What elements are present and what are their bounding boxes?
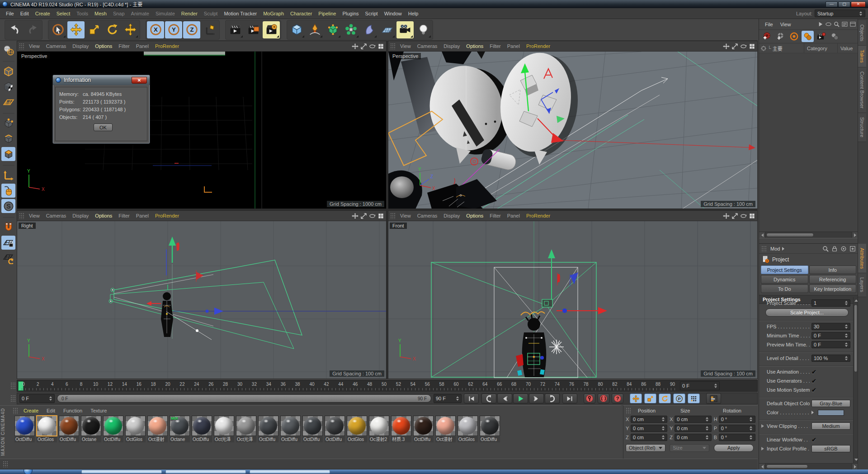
- grip-handle[interactable]: [3, 461, 8, 467]
- keying-options-button[interactable]: ?: [612, 393, 623, 403]
- menu-character[interactable]: Character: [287, 11, 315, 16]
- next-frame-button[interactable]: [529, 393, 544, 403]
- auto-take-button[interactable]: [788, 31, 800, 42]
- go-to-end-button[interactable]: [562, 393, 577, 403]
- key-rotation-button[interactable]: [659, 393, 671, 403]
- viewport-menu-display[interactable]: Display: [69, 213, 92, 218]
- material-item[interactable]: OctGlos: [458, 416, 479, 442]
- rotate-button[interactable]: [104, 21, 121, 38]
- viewport-menu-options[interactable]: Options: [92, 43, 115, 49]
- pan-view-icon[interactable]: [352, 43, 359, 50]
- timeline-window-button[interactable]: [706, 393, 721, 404]
- menu-file[interactable]: File: [3, 11, 17, 16]
- dock-tab-layers[interactable]: Layers: [858, 273, 866, 297]
- value-field[interactable]: 30: [811, 323, 850, 330]
- take-row-main[interactable]: └ 主要: [759, 45, 804, 52]
- material-item[interactable]: Oct光泽: [214, 416, 235, 442]
- ok-button[interactable]: OK: [94, 123, 113, 131]
- rotation-field[interactable]: 0 °: [719, 434, 755, 441]
- focus-icon[interactable]: [840, 246, 847, 252]
- points-mode-button[interactable]: [1, 116, 15, 130]
- material-item[interactable]: OctDiffu: [280, 416, 302, 442]
- lock-z-button[interactable]: Z: [183, 21, 200, 38]
- next-key-button[interactable]: [545, 393, 560, 403]
- toggle-view-icon[interactable]: [749, 213, 755, 219]
- menu-mesh[interactable]: Mesh: [91, 11, 110, 16]
- menu-render[interactable]: Render: [178, 11, 201, 16]
- grip-handle[interactable]: [390, 43, 395, 49]
- previous-key-button[interactable]: [481, 393, 496, 403]
- dialog-close-button[interactable]: ✕: [132, 77, 147, 84]
- viewport-menu-view[interactable]: View: [397, 213, 414, 218]
- layout-select[interactable]: Startup: [815, 9, 865, 17]
- rotate-view-icon[interactable]: [740, 213, 747, 219]
- dock-tab-structure[interactable]: Structure: [858, 113, 866, 142]
- deformer-button[interactable]: [360, 21, 377, 38]
- spline-pen-button[interactable]: [306, 21, 323, 38]
- previous-frame-button[interactable]: [497, 393, 512, 403]
- viewport-menu-filter[interactable]: Filter: [486, 213, 504, 218]
- toggle-view-icon[interactable]: [377, 213, 384, 219]
- menu-animate[interactable]: Animate: [128, 11, 152, 16]
- render-marked-takes-button[interactable]: [815, 31, 827, 42]
- material-menu-function[interactable]: Function: [59, 408, 86, 413]
- current-take-button[interactable]: [802, 31, 814, 42]
- viewport-menu-options[interactable]: Options: [463, 43, 486, 49]
- material-item[interactable]: Octane: [81, 416, 102, 442]
- attribute-tab-dynamics[interactable]: Dynamics: [761, 275, 808, 284]
- value-field[interactable]: 0 F: [811, 332, 850, 339]
- rotation-field[interactable]: 0 °: [719, 425, 755, 432]
- rotate-view-icon[interactable]: [369, 213, 376, 219]
- toggle-view-icon[interactable]: [749, 43, 755, 50]
- material-item[interactable]: OctGlos: [125, 416, 146, 442]
- scale-project-button[interactable]: Scale Project...: [765, 308, 849, 317]
- viewport-menu-display[interactable]: Display: [440, 43, 463, 49]
- checkbox[interactable]: ✔: [811, 387, 850, 393]
- record-keyframe-button[interactable]: [584, 393, 595, 403]
- menu-sculpt[interactable]: Sculpt: [201, 11, 221, 16]
- viewport-menu-view[interactable]: View: [397, 43, 414, 49]
- value-field[interactable]: 100 %: [811, 355, 850, 362]
- pan-view-icon[interactable]: [723, 43, 730, 50]
- expand-icon[interactable]: [817, 21, 823, 27]
- timeline-ruler[interactable]: 0 F 024681012141618202224262830323436384…: [17, 380, 758, 392]
- column-category[interactable]: Category: [804, 43, 837, 53]
- takes-menu-view[interactable]: View: [777, 22, 795, 27]
- menu-motion-tracker[interactable]: Motion Tracker: [221, 11, 260, 16]
- coord-system-button[interactable]: [201, 21, 218, 38]
- takes-tree-area[interactable]: [759, 54, 858, 232]
- workplane-lock-button[interactable]: [1, 236, 15, 250]
- viewport-menu-filter[interactable]: Filter: [486, 43, 504, 49]
- rotate-view-icon[interactable]: [740, 43, 747, 50]
- material-item[interactable]: MIXOctane: [170, 416, 191, 442]
- material-item[interactable]: OctDiffu: [325, 416, 346, 442]
- viewport-interaction-button[interactable]: [1, 184, 15, 198]
- menu-select[interactable]: Select: [53, 11, 74, 16]
- position-field[interactable]: 0 cm: [631, 425, 667, 432]
- rotate-view-icon[interactable]: [369, 43, 376, 50]
- make-editable-button[interactable]: [1, 43, 15, 57]
- value-field[interactable]: 1: [811, 299, 850, 307]
- material-item[interactable]: Oct漫射: [147, 416, 169, 442]
- viewport-menu-panel[interactable]: Panel: [133, 43, 152, 49]
- size-mode-select[interactable]: Size: [670, 444, 709, 452]
- color-swatch[interactable]: [818, 410, 844, 416]
- checkbox[interactable]: ✔: [811, 369, 850, 375]
- grip-handle[interactable]: [13, 408, 18, 414]
- menu-help[interactable]: Help: [405, 11, 422, 16]
- texture-mode-button[interactable]: [1, 80, 15, 94]
- viewport-menu-cameras[interactable]: Cameras: [414, 43, 441, 49]
- render-picture-viewer-button[interactable]: [245, 21, 262, 38]
- panel-splitter[interactable]: [759, 238, 858, 244]
- material-item[interactable]: 材质.3: [391, 416, 412, 442]
- render-settings-button[interactable]: [263, 21, 280, 38]
- pan-view-icon[interactable]: [352, 213, 359, 219]
- floor-button[interactable]: [378, 21, 396, 38]
- search-icon[interactable]: [822, 246, 829, 252]
- undo-button[interactable]: [6, 21, 23, 38]
- current-frame-field[interactable]: 0 F: [19, 394, 55, 403]
- menu-script[interactable]: Script: [362, 11, 381, 16]
- viewport-menu-prorender[interactable]: ProRender: [523, 213, 553, 218]
- maximize-button[interactable]: ▢: [838, 1, 850, 7]
- viewport-menu-view[interactable]: View: [26, 213, 43, 218]
